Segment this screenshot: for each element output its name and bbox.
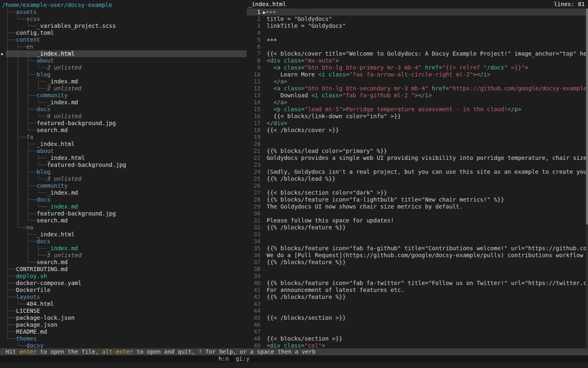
tree-item-community[interactable]: │ │ ├──community xyxy=(0,92,247,99)
tree-guides: │ │ │ └── xyxy=(6,175,47,182)
text-segment: > xyxy=(336,57,339,64)
tree-item-themes[interactable]: └──themes xyxy=(0,335,247,342)
text-segment xyxy=(267,85,274,92)
tree-item-package-lock.json[interactable]: ├──package-lock.json xyxy=(0,314,247,321)
line-number: 40 xyxy=(247,280,261,287)
tree-guides: ├── xyxy=(6,314,16,321)
text-segment: class xyxy=(281,342,301,348)
tree-item-docker-compose.yaml[interactable]: ├──docker-compose.yaml xyxy=(0,280,247,287)
line-text: {{% blocks/lead color="primary" %}} xyxy=(261,148,387,155)
tree-item-blog[interactable]: │ │ ├──blog xyxy=(0,168,247,175)
tree-guides: ├── xyxy=(6,266,16,272)
tree-item-9-unlisted[interactable]: │ │ │ └──9 unlisted xyxy=(0,113,247,120)
line-number: 9 xyxy=(247,64,261,71)
tree-item-label: search.md xyxy=(37,217,68,224)
line-text xyxy=(261,328,267,335)
tree-item-license[interactable]: ├──LICENSE xyxy=(0,307,247,314)
tree-item-about[interactable]: │ │ ├──about xyxy=(0,57,247,64)
line-number: 38 xyxy=(247,266,261,273)
tree-item-label: 2 unlisted xyxy=(47,85,81,92)
command-input-bar[interactable]: :e h:n gi:y xyxy=(0,355,588,362)
code-line: 15 <p class="lead mt-5">Porridge tempera… xyxy=(247,106,588,113)
tree-item-5-unlisted[interactable]: │ │ └──5 unlisted xyxy=(0,252,247,259)
scrollbar-thumb[interactable] xyxy=(586,9,588,224)
tree-item-_index.md[interactable]: │ │ │ ├──_index.md xyxy=(0,78,247,85)
tree-item-label: config.toml xyxy=(16,29,54,36)
tree-item-2-unlisted[interactable]: │ │ │ └──2 unlisted xyxy=(0,85,247,92)
tree-item-docs[interactable]: │ │ ├──docs xyxy=(0,196,247,203)
line-text: {{% /blocks/feature %}} xyxy=(261,259,346,266)
line-number: 31 xyxy=(247,217,261,224)
tree-item-about[interactable]: │ │ ├──about xyxy=(0,148,247,155)
tree-guides: │ ├── xyxy=(6,238,37,245)
tree-item-fa[interactable]: │ ├──fa xyxy=(0,134,247,141)
tree-item-3-unlisted[interactable]: │ │ │ └──3 unlisted xyxy=(0,175,247,182)
tree-item-_index.md[interactable]: │ │ ├──_index.md xyxy=(0,245,247,252)
tree-item-dockerfile[interactable]: ├──Dockerfile xyxy=(0,287,247,294)
tree-guides: ├── xyxy=(6,273,16,279)
tree-item-label: en xyxy=(27,43,33,50)
line-number: 20 xyxy=(247,141,261,148)
tree-item-label: about xyxy=(37,57,54,64)
tree-item-docs[interactable]: │ ├──docs xyxy=(0,238,247,245)
tree-item-_variables_project.scss[interactable]: │ └──_variables_project.scss xyxy=(0,22,247,29)
tree-item-layouts[interactable]: ├──layouts xyxy=(0,294,247,301)
tree-item-config.toml[interactable]: ├──config.toml xyxy=(0,29,247,36)
tree-item-featured-background.jpg[interactable]: │ │ │ └──featured-background.jpg xyxy=(0,162,247,168)
line-number: 47 xyxy=(247,328,261,335)
tree-item-label: 404.html xyxy=(27,301,54,307)
tree-guides: ├── xyxy=(6,29,16,36)
tree-guides: ├── xyxy=(6,9,16,15)
tree-item-_index.md[interactable]: │ │ │ └──_index.md xyxy=(0,203,247,210)
tree-guides: ├── xyxy=(6,294,16,300)
tree-item-404.html[interactable]: │ └──404.html xyxy=(0,301,247,307)
text-segment: = xyxy=(445,85,449,92)
line-text: <a class="btn btn-lg btn-secondary mr-3 … xyxy=(261,85,588,92)
tree-item-_index.html[interactable]: │ │ │ ├──_index.html xyxy=(0,155,247,162)
tree-item-_index.html[interactable]: │ │ ├──_index.html xyxy=(0,141,247,148)
line-text: {{% blocks/feature icon="fab fa-github" … xyxy=(261,245,588,252)
tree-item-2-unlisted[interactable]: │ │ │ └──2 unlisted xyxy=(0,64,247,71)
tree-item-package.json[interactable]: ├──package.json xyxy=(0,321,247,328)
text-segment: We do a [Pull Request](https://github.co… xyxy=(267,252,588,258)
tree-item-featured-background.jpg[interactable]: │ │ ├──featured-background.jpg xyxy=(0,120,247,127)
tree-item-search.md[interactable]: │ │ └──search.md xyxy=(0,127,247,134)
tree-item-no[interactable]: │ └──no xyxy=(0,224,247,231)
tree-item-contributing.md[interactable]: ├──CONTRIBUTING.md xyxy=(0,266,247,273)
tree-item-readme.md[interactable]: ├──README.md xyxy=(0,328,247,335)
mode-flags: h:n gi:y xyxy=(218,355,249,362)
text-segment: div xyxy=(274,120,284,126)
tree-item-featured-background.jpg[interactable]: │ │ ├──featured-background.jpg xyxy=(0,210,247,217)
text-segment: +++ xyxy=(266,9,276,15)
tree-guides: ├── xyxy=(6,36,16,43)
tree-item-search.md[interactable]: │ │ └──search.md xyxy=(0,217,247,224)
tree-item-_index.md[interactable]: │ │ │ └──_index.md xyxy=(0,189,247,196)
line-text: </a> xyxy=(261,78,287,85)
tree-item-scss[interactable]: │ └──scss xyxy=(0,16,247,22)
tree-item-deploy.sh[interactable]: ├──deploy.sh xyxy=(0,273,247,280)
line-number: 10 xyxy=(247,71,261,78)
line-text xyxy=(261,231,267,238)
line-text xyxy=(261,162,267,168)
code-line: 46 xyxy=(247,321,588,328)
text-segment: = xyxy=(301,342,304,348)
code-line: 38 xyxy=(247,266,588,273)
tree-item-_index.md[interactable]: │ │ │ └──_index.md xyxy=(0,99,247,106)
tree-item-community[interactable]: │ │ ├──community xyxy=(0,182,247,189)
line-text: {{< blocks/section >}} xyxy=(261,335,342,342)
preview-scrollbar[interactable] xyxy=(586,9,588,348)
tree-item-assets[interactable]: ├──assets xyxy=(0,9,247,16)
tree-item-en[interactable]: │ ├──en xyxy=(0,43,247,50)
text-segment xyxy=(267,106,274,112)
tree-item-_index.html[interactable]: ▶│ │ ├──_index.html xyxy=(0,50,247,57)
tree-item-blog[interactable]: │ │ ├──blog xyxy=(0,71,247,78)
code-line: 39 xyxy=(247,273,588,280)
tree-item-docs[interactable]: │ │ ├──docs xyxy=(0,106,247,113)
tree-item-_index.html[interactable]: │ ├──_index.html xyxy=(0,231,247,238)
text-segment: +++ xyxy=(267,36,277,43)
tree-item-search.md[interactable]: │ └──search.md xyxy=(0,259,247,266)
tree-item-content[interactable]: ├──content xyxy=(0,36,247,43)
line-text: Learn More <i class="fas fa-arrow-alt-ci… xyxy=(261,71,490,78)
tree-item-docsy[interactable]: └──docsy xyxy=(0,342,247,348)
line-number: 49 xyxy=(247,342,261,348)
